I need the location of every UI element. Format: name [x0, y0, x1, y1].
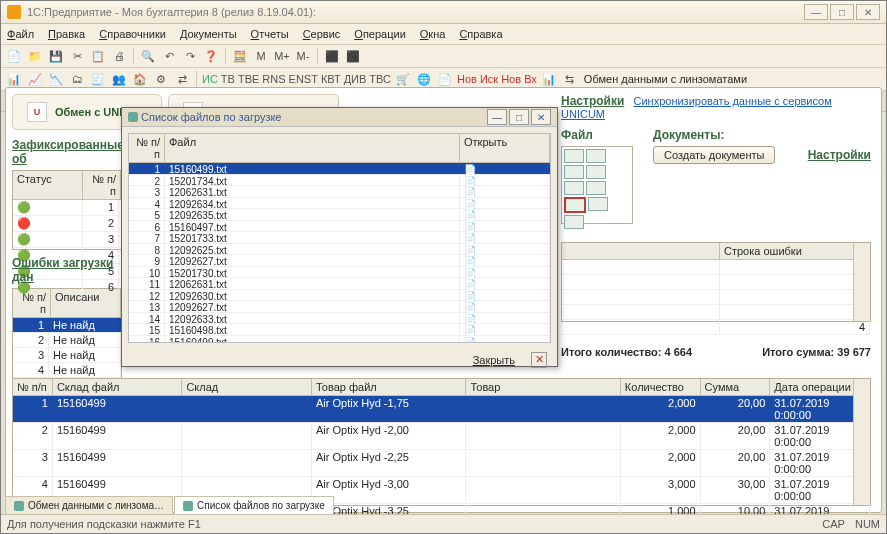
m-open-icon[interactable]: 📄: [460, 290, 550, 301]
cart-icon[interactable]: 🛒: [394, 70, 412, 88]
modal-min[interactable]: —: [487, 109, 507, 125]
tool-icon[interactable]: ⬛: [323, 47, 341, 65]
tool-icon[interactable]: 🔍: [139, 47, 157, 65]
doc-icon[interactable]: 📄: [436, 70, 454, 88]
obmen-label[interactable]: Обмен данными с линзоматами: [584, 73, 747, 85]
tool-icon[interactable]: ✂: [68, 47, 86, 65]
menu-help[interactable]: Справка: [459, 28, 502, 40]
globe-icon[interactable]: 🌐: [415, 70, 433, 88]
m-open-icon[interactable]: 📄: [460, 163, 550, 174]
m-open-icon[interactable]: 📄: [460, 221, 550, 232]
tool-icon[interactable]: 📁: [26, 47, 44, 65]
tool-text[interactable]: ТВ: [221, 70, 235, 88]
tool-icon[interactable]: ❓: [202, 47, 220, 65]
tool-icon[interactable]: 🗂: [68, 70, 86, 88]
m-open-icon[interactable]: 📄: [460, 267, 550, 278]
modal-close[interactable]: ✕: [531, 109, 551, 125]
main-col[interactable]: Склад: [182, 379, 312, 395]
file-thumb[interactable]: [564, 149, 584, 163]
col-err-npp[interactable]: № п/п: [13, 289, 51, 317]
m-open-icon[interactable]: 📄: [460, 198, 550, 209]
file-thumb[interactable]: [586, 149, 606, 163]
tool-icon[interactable]: 📉: [47, 70, 65, 88]
tool-icon[interactable]: ⚙: [152, 70, 170, 88]
menu-dict[interactable]: Справочники: [99, 28, 166, 40]
main-col[interactable]: Склад файл: [53, 379, 183, 395]
settings-link-2[interactable]: Настройки: [808, 148, 871, 162]
mcol-npp[interactable]: № п/п: [129, 134, 165, 162]
tool-icon[interactable]: ↶: [160, 47, 178, 65]
m-open-icon[interactable]: 📄: [460, 313, 550, 324]
scrollbar[interactable]: [853, 379, 870, 505]
exchange-icon[interactable]: ⇆: [561, 70, 579, 88]
m-open-icon[interactable]: 📄: [460, 175, 550, 186]
mcol-open[interactable]: Открыть: [460, 134, 550, 162]
menu-ops[interactable]: Операции: [354, 28, 405, 40]
tool-icon[interactable]: 🏠: [131, 70, 149, 88]
tool-text[interactable]: ДИВ: [344, 70, 367, 88]
m-open-icon[interactable]: 📄: [460, 278, 550, 289]
file-thumb[interactable]: [564, 215, 584, 229]
file-thumb-selected[interactable]: [564, 197, 586, 213]
menu-edit[interactable]: Правка: [48, 28, 85, 40]
menu-service[interactable]: Сервис: [303, 28, 341, 40]
tool-icon[interactable]: ⇄: [173, 70, 191, 88]
m-open-icon[interactable]: 📄: [460, 301, 550, 312]
m-open-icon[interactable]: 📄: [460, 209, 550, 220]
create-docs-button[interactable]: Создать документы: [653, 146, 775, 164]
chart-icon[interactable]: 📊: [540, 70, 558, 88]
main-col[interactable]: Товар: [466, 379, 620, 395]
m-open-icon[interactable]: 📄: [460, 336, 550, 344]
tool-icon[interactable]: 📊: [5, 70, 23, 88]
main-col[interactable]: Количество: [621, 379, 701, 395]
maximize-button[interactable]: □: [830, 4, 854, 20]
tool-icon[interactable]: 👥: [110, 70, 128, 88]
col-err-line[interactable]: Строка ошибки: [720, 243, 870, 259]
menu-file[interactable]: Файл: [7, 28, 34, 40]
modal-close-button[interactable]: Закрыть: [463, 352, 525, 368]
m-plus-button[interactable]: M+: [273, 47, 291, 65]
tool-text[interactable]: ТВС: [369, 70, 391, 88]
tool-icon[interactable]: 📄: [5, 47, 23, 65]
new-isk[interactable]: Нов Иск: [457, 70, 498, 88]
m-minus-button[interactable]: M-: [294, 47, 312, 65]
menu-docs[interactable]: Документы: [180, 28, 237, 40]
m-open-icon[interactable]: 📄: [460, 324, 550, 335]
x-icon[interactable]: ✕: [531, 352, 547, 368]
tool-text[interactable]: ТВЕ: [238, 70, 259, 88]
modal-max[interactable]: □: [509, 109, 529, 125]
m-open-icon[interactable]: 📄: [460, 232, 550, 243]
main-col[interactable]: Сумма: [701, 379, 771, 395]
col-npp[interactable]: № п/п: [83, 171, 121, 199]
tool-icon[interactable]: 🧾: [89, 70, 107, 88]
file-thumb[interactable]: [586, 165, 606, 179]
wtab-filelist[interactable]: Список файлов по загрузке: [174, 496, 334, 514]
col-status[interactable]: Статус: [13, 171, 83, 199]
tool-icon[interactable]: 📈: [26, 70, 44, 88]
tool-icon[interactable]: 🖨: [110, 47, 128, 65]
tool-icon[interactable]: ↷: [181, 47, 199, 65]
menu-reports[interactable]: Отчеты: [251, 28, 289, 40]
main-col[interactable]: № п/п: [13, 379, 53, 395]
file-thumb[interactable]: [588, 197, 608, 211]
wtab-exchange[interactable]: Обмен данными с линзома…: [5, 496, 173, 514]
minimize-button[interactable]: —: [804, 4, 828, 20]
menu-windows[interactable]: Окна: [420, 28, 446, 40]
m-open-icon[interactable]: 📄: [460, 186, 550, 197]
tool-icon[interactable]: 💾: [47, 47, 65, 65]
m-open-icon[interactable]: 📄: [460, 255, 550, 266]
tool-icon[interactable]: 🧮: [231, 47, 249, 65]
m-button[interactable]: M: [252, 47, 270, 65]
new-wx[interactable]: Нов Вх: [501, 70, 537, 88]
scrollbar[interactable]: [853, 243, 870, 321]
tool-text[interactable]: КВТ: [321, 70, 341, 88]
tool-icon[interactable]: 📋: [89, 47, 107, 65]
main-col[interactable]: Товар файл: [312, 379, 466, 395]
mcol-file[interactable]: Файл: [165, 134, 460, 162]
file-thumb[interactable]: [586, 181, 606, 195]
col-err-desc[interactable]: Описани: [51, 289, 121, 317]
m-open-icon[interactable]: 📄: [460, 244, 550, 255]
tool-icon[interactable]: ⬛: [344, 47, 362, 65]
settings-link[interactable]: Настройки: [561, 94, 624, 108]
file-thumb[interactable]: [564, 181, 584, 195]
